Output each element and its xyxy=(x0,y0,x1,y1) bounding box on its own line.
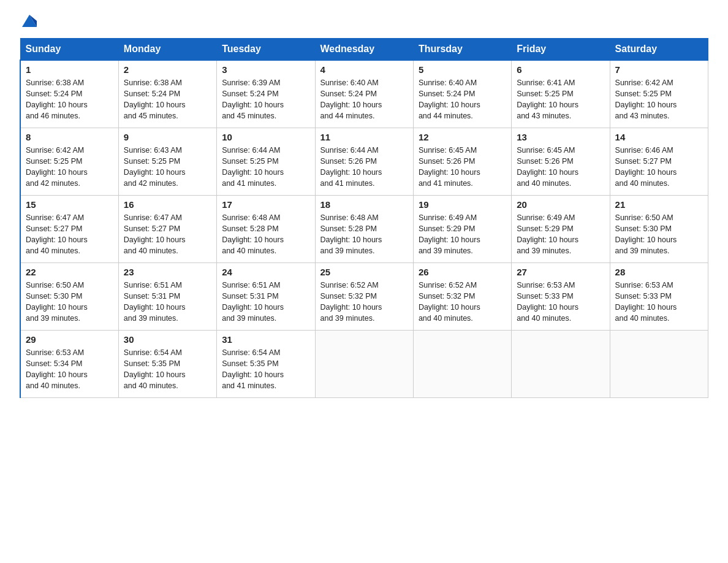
day-number: 20 xyxy=(517,199,604,210)
day-number: 4 xyxy=(320,64,408,75)
calendar-day-cell: 28Sunrise: 6:53 AMSunset: 5:33 PMDayligh… xyxy=(610,262,708,330)
day-info: Sunrise: 6:40 AMSunset: 5:24 PMDaylight:… xyxy=(419,77,506,122)
day-info: Sunrise: 6:45 AMSunset: 5:26 PMDaylight:… xyxy=(419,145,506,190)
day-info: Sunrise: 6:52 AMSunset: 5:32 PMDaylight:… xyxy=(419,280,506,324)
calendar-day-cell: 29Sunrise: 6:53 AMSunset: 5:34 PMDayligh… xyxy=(20,330,118,397)
calendar-day-cell: 16Sunrise: 6:47 AMSunset: 5:27 PMDayligh… xyxy=(118,195,216,262)
header-monday: Monday xyxy=(118,39,216,61)
day-number: 5 xyxy=(419,64,506,75)
day-info: Sunrise: 6:39 AMSunset: 5:24 PMDaylight:… xyxy=(222,77,309,122)
day-number: 1 xyxy=(26,64,113,75)
day-info: Sunrise: 6:44 AMSunset: 5:26 PMDaylight:… xyxy=(320,145,408,190)
calendar-day-cell: 18Sunrise: 6:48 AMSunset: 5:28 PMDayligh… xyxy=(315,195,413,262)
calendar-day-cell: 30Sunrise: 6:54 AMSunset: 5:35 PMDayligh… xyxy=(118,330,216,397)
day-info: Sunrise: 6:41 AMSunset: 5:25 PMDaylight:… xyxy=(517,77,604,122)
day-number: 8 xyxy=(26,132,113,142)
day-number: 30 xyxy=(124,334,211,345)
day-number: 6 xyxy=(517,64,604,75)
calendar-day-cell: 27Sunrise: 6:53 AMSunset: 5:33 PMDayligh… xyxy=(512,262,610,330)
calendar-day-cell: 7Sunrise: 6:42 AMSunset: 5:25 PMDaylight… xyxy=(610,60,708,128)
day-number: 3 xyxy=(222,64,309,75)
page-header xyxy=(20,15,708,27)
calendar-day-cell: 8Sunrise: 6:42 AMSunset: 5:25 PMDaylight… xyxy=(20,128,118,195)
calendar-day-cell: 14Sunrise: 6:46 AMSunset: 5:27 PMDayligh… xyxy=(610,128,708,195)
calendar-day-cell: 15Sunrise: 6:47 AMSunset: 5:27 PMDayligh… xyxy=(20,195,118,262)
calendar-day-cell: 17Sunrise: 6:48 AMSunset: 5:28 PMDayligh… xyxy=(217,195,315,262)
day-number: 2 xyxy=(124,64,211,75)
day-info: Sunrise: 6:48 AMSunset: 5:28 PMDaylight:… xyxy=(320,212,408,257)
calendar-day-cell: 31Sunrise: 6:54 AMSunset: 5:35 PMDayligh… xyxy=(217,330,315,397)
calendar-day-cell: 20Sunrise: 6:49 AMSunset: 5:29 PMDayligh… xyxy=(512,195,610,262)
day-info: Sunrise: 6:38 AMSunset: 5:24 PMDaylight:… xyxy=(26,77,113,122)
day-info: Sunrise: 6:43 AMSunset: 5:25 PMDaylight:… xyxy=(124,145,211,190)
calendar-day-cell: 23Sunrise: 6:51 AMSunset: 5:31 PMDayligh… xyxy=(118,262,216,330)
day-number: 7 xyxy=(615,64,703,75)
day-number: 12 xyxy=(419,132,506,142)
calendar-day-cell: 25Sunrise: 6:52 AMSunset: 5:32 PMDayligh… xyxy=(315,262,413,330)
day-info: Sunrise: 6:52 AMSunset: 5:32 PMDaylight:… xyxy=(320,280,408,324)
calendar-day-cell: 26Sunrise: 6:52 AMSunset: 5:32 PMDayligh… xyxy=(413,262,511,330)
calendar-day-cell xyxy=(315,330,413,397)
day-number: 27 xyxy=(517,267,604,277)
calendar-day-cell: 22Sunrise: 6:50 AMSunset: 5:30 PMDayligh… xyxy=(20,262,118,330)
day-number: 19 xyxy=(419,199,506,210)
day-info: Sunrise: 6:54 AMSunset: 5:35 PMDaylight:… xyxy=(222,347,309,392)
calendar-day-cell xyxy=(512,330,610,397)
calendar-day-cell: 24Sunrise: 6:51 AMSunset: 5:31 PMDayligh… xyxy=(217,262,315,330)
logo xyxy=(20,15,38,27)
calendar-day-cell: 9Sunrise: 6:43 AMSunset: 5:25 PMDaylight… xyxy=(118,128,216,195)
day-number: 29 xyxy=(26,334,113,345)
day-info: Sunrise: 6:54 AMSunset: 5:35 PMDaylight:… xyxy=(124,347,211,392)
logo-icon xyxy=(21,12,38,29)
day-info: Sunrise: 6:50 AMSunset: 5:30 PMDaylight:… xyxy=(26,280,113,324)
calendar-day-cell: 3Sunrise: 6:39 AMSunset: 5:24 PMDaylight… xyxy=(217,60,315,128)
day-info: Sunrise: 6:45 AMSunset: 5:26 PMDaylight:… xyxy=(517,145,604,190)
day-info: Sunrise: 6:51 AMSunset: 5:31 PMDaylight:… xyxy=(222,280,309,324)
header-thursday: Thursday xyxy=(413,39,511,61)
day-info: Sunrise: 6:46 AMSunset: 5:27 PMDaylight:… xyxy=(615,145,703,190)
day-info: Sunrise: 6:38 AMSunset: 5:24 PMDaylight:… xyxy=(124,77,211,122)
day-number: 25 xyxy=(320,267,408,277)
day-number: 14 xyxy=(615,132,703,142)
day-info: Sunrise: 6:42 AMSunset: 5:25 PMDaylight:… xyxy=(615,77,703,122)
calendar-day-cell: 10Sunrise: 6:44 AMSunset: 5:25 PMDayligh… xyxy=(217,128,315,195)
day-info: Sunrise: 6:53 AMSunset: 5:33 PMDaylight:… xyxy=(517,280,604,324)
day-number: 31 xyxy=(222,334,309,345)
day-info: Sunrise: 6:49 AMSunset: 5:29 PMDaylight:… xyxy=(419,212,506,257)
day-number: 28 xyxy=(615,267,703,277)
day-number: 26 xyxy=(419,267,506,277)
day-info: Sunrise: 6:50 AMSunset: 5:30 PMDaylight:… xyxy=(615,212,703,257)
calendar-day-cell: 21Sunrise: 6:50 AMSunset: 5:30 PMDayligh… xyxy=(610,195,708,262)
calendar-header-row: SundayMondayTuesdayWednesdayThursdayFrid… xyxy=(20,39,708,61)
header-sunday: Sunday xyxy=(20,39,118,61)
calendar-day-cell: 11Sunrise: 6:44 AMSunset: 5:26 PMDayligh… xyxy=(315,128,413,195)
calendar-day-cell: 5Sunrise: 6:40 AMSunset: 5:24 PMDaylight… xyxy=(413,60,511,128)
calendar-table: SundayMondayTuesdayWednesdayThursdayFrid… xyxy=(20,38,708,398)
day-number: 18 xyxy=(320,199,408,210)
day-info: Sunrise: 6:48 AMSunset: 5:28 PMDaylight:… xyxy=(222,212,309,257)
header-wednesday: Wednesday xyxy=(315,39,413,61)
day-number: 22 xyxy=(26,267,113,277)
header-tuesday: Tuesday xyxy=(217,39,315,61)
calendar-week-row: 8Sunrise: 6:42 AMSunset: 5:25 PMDaylight… xyxy=(20,128,708,195)
calendar-day-cell: 13Sunrise: 6:45 AMSunset: 5:26 PMDayligh… xyxy=(512,128,610,195)
calendar-day-cell xyxy=(610,330,708,397)
day-number: 9 xyxy=(124,132,211,142)
calendar-day-cell: 4Sunrise: 6:40 AMSunset: 5:24 PMDaylight… xyxy=(315,60,413,128)
calendar-week-row: 1Sunrise: 6:38 AMSunset: 5:24 PMDaylight… xyxy=(20,60,708,128)
day-info: Sunrise: 6:53 AMSunset: 5:34 PMDaylight:… xyxy=(26,347,113,392)
calendar-day-cell: 1Sunrise: 6:38 AMSunset: 5:24 PMDaylight… xyxy=(20,60,118,128)
day-number: 10 xyxy=(222,132,309,142)
header-saturday: Saturday xyxy=(610,39,708,61)
calendar-day-cell: 2Sunrise: 6:38 AMSunset: 5:24 PMDaylight… xyxy=(118,60,216,128)
header-friday: Friday xyxy=(512,39,610,61)
day-number: 24 xyxy=(222,267,309,277)
day-number: 17 xyxy=(222,199,309,210)
day-number: 21 xyxy=(615,199,703,210)
calendar-day-cell xyxy=(413,330,511,397)
day-info: Sunrise: 6:40 AMSunset: 5:24 PMDaylight:… xyxy=(320,77,408,122)
calendar-week-row: 29Sunrise: 6:53 AMSunset: 5:34 PMDayligh… xyxy=(20,330,708,397)
day-number: 13 xyxy=(517,132,604,142)
calendar-day-cell: 12Sunrise: 6:45 AMSunset: 5:26 PMDayligh… xyxy=(413,128,511,195)
calendar-day-cell: 19Sunrise: 6:49 AMSunset: 5:29 PMDayligh… xyxy=(413,195,511,262)
